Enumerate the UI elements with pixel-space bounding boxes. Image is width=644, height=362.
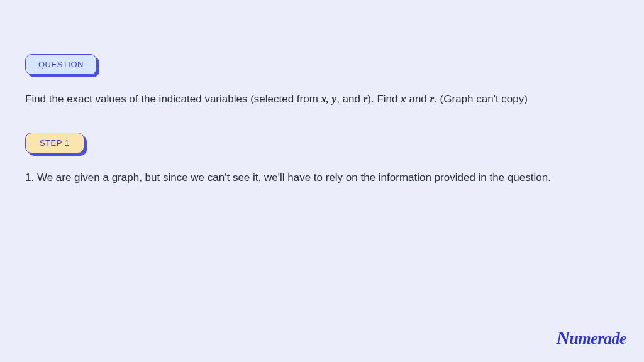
math-var-x: x (401, 93, 406, 105)
question-badge: QUESTION (25, 54, 97, 75)
question-badge-label: QUESTION (38, 60, 84, 69)
question-text: Find the exact values of the indicated v… (25, 91, 619, 107)
step1-badge-label: STEP 1 (40, 138, 70, 148)
question-suffix: . (Graph can't copy) (434, 93, 528, 105)
question-mid3: and (406, 93, 430, 105)
step1-badge: STEP 1 (25, 133, 84, 153)
brand-logo: Numerade (556, 327, 626, 348)
math-var-xy: x, y (321, 93, 337, 105)
question-mid1: , and (336, 93, 364, 105)
slide-content: QUESTION Find the exact values of the in… (0, 0, 644, 185)
question-prefix: Find the exact values of the indicated v… (25, 93, 321, 105)
question-mid2: ). Find (367, 93, 401, 105)
brand-text: umerade (570, 329, 626, 348)
step1-text: 1. We are given a graph, but since we ca… (25, 170, 619, 186)
